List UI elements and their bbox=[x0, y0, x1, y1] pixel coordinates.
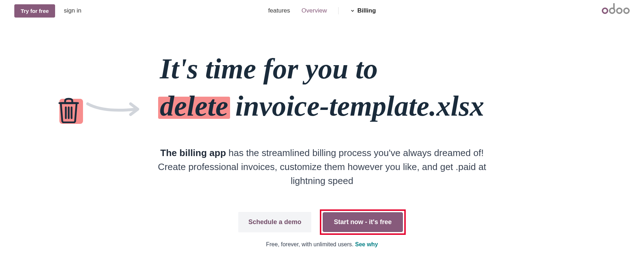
chevron-down-icon bbox=[350, 8, 355, 13]
hero-desc-bold: The billing app bbox=[160, 147, 226, 158]
odoo-logo[interactable] bbox=[602, 8, 630, 14]
header: Try for free sign in features Overview B… bbox=[0, 0, 644, 21]
hero-title-rest: invoice-template.xlsx bbox=[228, 90, 484, 122]
logo-letter-d bbox=[609, 8, 615, 14]
header-right bbox=[602, 8, 630, 14]
hero-title-highlight: delete bbox=[160, 87, 228, 125]
hero-title-wrap: It's time for you to delete invoice-temp… bbox=[160, 50, 484, 125]
header-nav: features Overview Billing bbox=[268, 7, 376, 14]
hero-section: It's time for you to delete invoice-temp… bbox=[0, 21, 644, 248]
sign-in-link[interactable]: sign in bbox=[64, 7, 81, 14]
nav-features[interactable]: features bbox=[268, 7, 290, 14]
start-now-highlight-box: Start now - it's free bbox=[320, 209, 405, 235]
footer-text-main: Free, forever, with unlimited users. bbox=[266, 241, 355, 247]
try-for-free-button[interactable]: Try for free bbox=[14, 4, 55, 18]
nav-divider bbox=[338, 7, 339, 14]
hero-description: The billing app has the streamlined bill… bbox=[157, 146, 487, 188]
see-why-link[interactable]: See why bbox=[355, 241, 378, 247]
logo-letter-o bbox=[602, 8, 608, 14]
logo-letter-o bbox=[623, 8, 630, 14]
schedule-demo-button[interactable]: Schedule a demo bbox=[238, 212, 311, 232]
cta-row: Schedule a demo Start now - it's free bbox=[0, 209, 644, 235]
hero-title-line2: delete invoice-template.xlsx bbox=[160, 87, 484, 125]
hero-title-line1: It's time for you to bbox=[160, 50, 484, 87]
start-now-button[interactable]: Start now - it's free bbox=[323, 212, 402, 232]
nav-billing-label: Billing bbox=[357, 7, 376, 14]
footer-text: Free, forever, with unlimited users. See… bbox=[0, 241, 644, 248]
logo-letter-o bbox=[616, 8, 623, 14]
nav-overview[interactable]: Overview bbox=[302, 7, 327, 14]
nav-billing-dropdown[interactable]: Billing bbox=[350, 7, 376, 14]
header-left: Try for free sign in bbox=[14, 4, 82, 18]
